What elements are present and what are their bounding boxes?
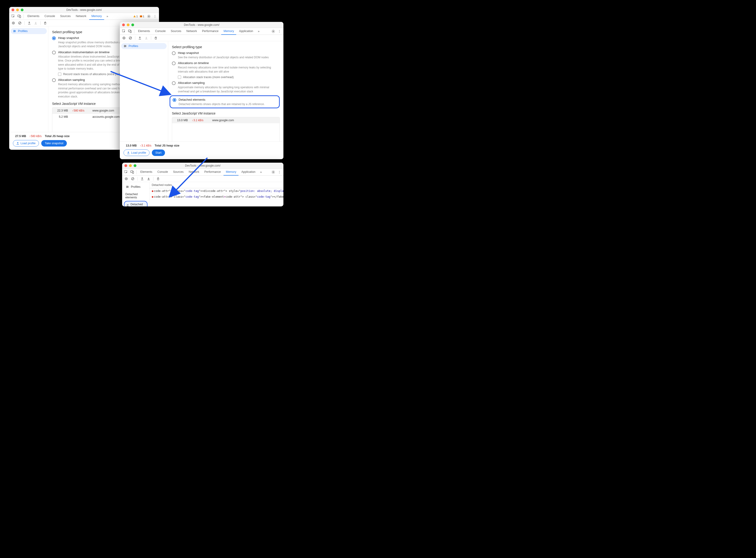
titlebar: DevTools - www.google.com/ (122, 163, 283, 169)
sidebar-item-profiles[interactable]: Profiles (121, 43, 167, 49)
checkbox-icon[interactable] (178, 76, 181, 79)
sidebar-heading-detached: Detached elements (122, 190, 149, 200)
radio-icon[interactable] (172, 51, 176, 55)
vm-row[interactable]: 13.0 MB 3.1 kB/s www.google.com (172, 117, 279, 123)
close-icon[interactable] (11, 8, 14, 11)
check-stack-traces[interactable]: Allocation stack traces (more overhead) (178, 76, 280, 79)
close-icon[interactable] (124, 164, 127, 167)
tabs-overflow-icon[interactable]: » (258, 169, 264, 175)
tab-sources[interactable]: Sources (171, 169, 186, 176)
download-icon[interactable] (33, 20, 39, 26)
inspect-icon[interactable] (124, 169, 129, 175)
tab-elements[interactable]: Elements (138, 169, 155, 176)
load-profile-button[interactable]: Load profile (13, 140, 39, 147)
tab-application[interactable]: Application (239, 169, 258, 176)
record-icon[interactable] (124, 176, 129, 181)
svg-point-34 (127, 186, 127, 186)
sliders-icon (126, 185, 129, 188)
tab-network[interactable]: Network (186, 169, 202, 176)
tab-network[interactable]: Network (74, 13, 89, 20)
more-icon[interactable]: ⋮ (277, 29, 282, 34)
tab-memory[interactable]: Memory (221, 28, 236, 35)
svg-rect-21 (155, 37, 156, 39)
svg-point-12 (14, 31, 14, 32)
footer: 13.0 MB 3.1 kB/s Total JS heap size Load… (120, 142, 283, 159)
settings-icon[interactable] (271, 169, 276, 175)
radio-icon[interactable] (173, 98, 176, 102)
snapshot-item[interactable]: Detached elements 1 (124, 201, 148, 206)
result-row[interactable]: ●code-attr"> class="code-tag"><fake-elem… (150, 194, 283, 200)
record-icon[interactable] (10, 20, 16, 26)
device-toggle-icon[interactable] (129, 169, 135, 175)
titlebar: DevTools - www.google.com/ (9, 7, 159, 13)
svg-point-24 (124, 47, 125, 47)
sidebar-item-profiles[interactable]: Profiles (124, 184, 148, 190)
devtools-window-2: DevTools - www.google.com/ Elements Cons… (120, 22, 283, 159)
radio-icon[interactable] (52, 36, 56, 40)
settings-icon[interactable] (271, 29, 276, 34)
tab-console[interactable]: Console (153, 28, 168, 35)
inspect-icon[interactable] (10, 14, 16, 19)
minimize-icon[interactable] (16, 8, 19, 11)
issues-badge[interactable]: 1 (140, 15, 144, 18)
tab-sources[interactable]: Sources (58, 13, 73, 20)
sidebar: Profiles (9, 26, 48, 132)
tab-memory[interactable]: Memory (224, 169, 238, 176)
tab-console[interactable]: Console (155, 169, 170, 176)
option-heap-snapshot[interactable]: Heap snapshot (172, 51, 280, 55)
option-alloc-sampling[interactable]: Allocation sampling (172, 81, 280, 85)
take-snapshot-button[interactable]: Take snapshot (41, 140, 67, 147)
maximize-icon[interactable] (134, 164, 136, 167)
tab-memory[interactable]: Memory (89, 13, 104, 20)
upload-icon[interactable] (140, 176, 145, 181)
clear-icon[interactable] (130, 176, 135, 181)
record-icon[interactable] (121, 35, 127, 41)
clear-icon[interactable] (128, 35, 133, 41)
minimize-icon[interactable] (127, 24, 129, 26)
device-toggle-icon[interactable] (17, 14, 22, 19)
tabs-overflow-icon[interactable]: » (256, 29, 261, 34)
radio-icon[interactable] (52, 78, 56, 82)
tabs-overflow-icon[interactable]: » (105, 14, 110, 19)
tab-elements[interactable]: Elements (136, 28, 152, 35)
option-detached-elements[interactable]: Detached elements (173, 98, 277, 102)
option-alloc-timeline[interactable]: Allocations on timeline (172, 61, 280, 65)
upload-icon[interactable] (137, 35, 143, 41)
radio-icon[interactable] (172, 81, 176, 85)
traffic-lights (124, 164, 136, 167)
maximize-icon[interactable] (21, 8, 24, 11)
upload-icon[interactable] (26, 20, 32, 26)
vm-table: 13.0 MB 3.1 kB/s www.google.com (172, 117, 280, 142)
minimize-icon[interactable] (129, 164, 132, 167)
tab-console[interactable]: Console (42, 13, 57, 20)
svg-point-10 (14, 30, 15, 31)
inspect-icon[interactable] (121, 29, 127, 34)
radio-icon[interactable] (52, 51, 56, 54)
col-detached-nodes[interactable]: Detached nodes (150, 182, 283, 188)
radio-icon[interactable] (172, 61, 176, 65)
download-icon[interactable] (144, 35, 149, 41)
warnings-badge[interactable]: 1 (133, 15, 138, 18)
checkbox-icon[interactable] (58, 73, 61, 76)
sidebar-item-profiles[interactable]: Profiles (10, 28, 47, 34)
clear-icon[interactable] (17, 20, 23, 26)
tab-performance[interactable]: Performance (200, 28, 221, 35)
gc-icon[interactable] (43, 20, 48, 26)
maximize-icon[interactable] (131, 24, 134, 26)
device-toggle-icon[interactable] (127, 29, 133, 34)
tab-application[interactable]: Application (237, 28, 255, 35)
gc-icon[interactable] (155, 176, 161, 181)
start-button[interactable]: Start (152, 150, 165, 156)
download-icon[interactable] (146, 176, 151, 181)
settings-icon[interactable] (146, 14, 152, 19)
more-icon[interactable]: ⋮ (152, 14, 158, 19)
close-icon[interactable] (122, 24, 125, 26)
tab-sources[interactable]: Sources (169, 28, 184, 35)
tab-performance[interactable]: Performance (202, 169, 223, 176)
more-icon[interactable]: ⋮ (277, 169, 282, 175)
load-profile-button[interactable]: Load profile (124, 150, 150, 156)
result-row[interactable]: ●code-attr"> class="code-tag"><divcode-a… (150, 188, 283, 194)
gc-icon[interactable] (153, 35, 158, 41)
tab-elements[interactable]: Elements (25, 13, 42, 20)
tab-network[interactable]: Network (184, 28, 199, 35)
